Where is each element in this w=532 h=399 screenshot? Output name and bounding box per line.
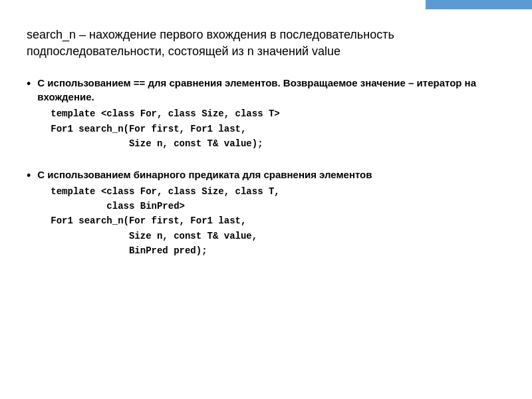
bullet-dot: • xyxy=(27,168,31,184)
bullet-content-1: С использованием == для сравнения элемен… xyxy=(37,76,505,151)
top-bar xyxy=(426,0,532,9)
main-content: search_n – нахождение первого вхождения … xyxy=(0,0,532,288)
code-block-2: template <class For, class Size, class T… xyxy=(51,184,505,259)
page-title: search_n – нахождение первого вхождения … xyxy=(27,27,505,60)
bullet-list: • С использованием == для сравнения элем… xyxy=(27,76,505,258)
code-block-1: template <class For, class Size, class T… xyxy=(51,106,505,151)
bullet-dot: • xyxy=(27,76,31,92)
bullet-description-2: С использованием бинарного предиката для… xyxy=(37,168,505,182)
bullet-description-1: С использованием == для сравнения элемен… xyxy=(37,76,505,104)
list-item: • С использованием == для сравнения элем… xyxy=(27,76,505,151)
bullet-content-2: С использованием бинарного предиката для… xyxy=(37,168,505,259)
list-item: • С использованием бинарного предиката д… xyxy=(27,168,505,259)
